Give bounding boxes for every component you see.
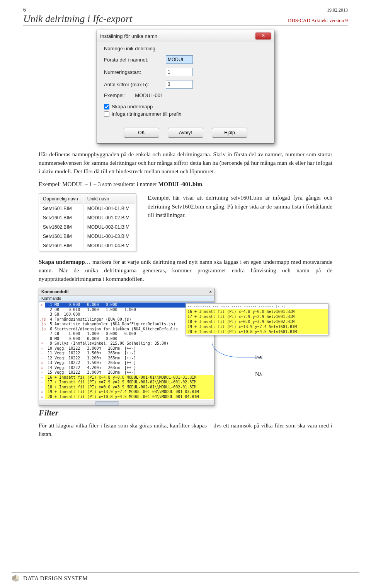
label-before: Før [255,354,263,360]
label-now: Nå [255,371,263,378]
command-line: ▭ 10 Vegg: 10222 3.000m 263mm [++-] [39,346,214,351]
line-icon: ▭ [39,361,45,366]
label-create-subfolder: Skapa undermapp [112,104,153,109]
table-row: Selv1601.BIMMODUL-001-04.BIM [40,241,135,250]
inset-before-panel: -- -------- --- ---- ----- ------ ------… [186,303,328,335]
line-icon: ▭ [39,390,45,395]
close-icon[interactable]: × [209,289,212,294]
label-digit-count: Antal siffror (max 5): [104,82,166,87]
line-icon: ▭ [39,385,45,390]
command-line: ▭ 20 + Innsatt fil (PI) x=10.8 y=4.5 MOD… [39,395,214,400]
line-icon: ☀ [39,341,45,346]
command-line: ▭ 16 + Innsatt fil (PI) x=4.8 y=0.0 MODU… [39,375,214,380]
input-digit-count[interactable] [166,80,193,89]
footer-brand: DATA DESIGN SYSTEM [23,575,88,582]
line-icon: ▭ [39,346,45,351]
command-line: ▭ 13 Vegg: 10222 1.500m 263mm [++-] [39,361,214,366]
example-name: MODUL-001.bim [158,181,202,187]
example-pre: Exempel: MODUL – 1 – 3 som resulterar i … [39,181,158,187]
connector-line [212,335,262,357]
settings-dialog: Inställning för unika namn ✕ Namnge unik… [97,30,274,144]
paragraph-subfolder: Skapa undermapp… markera för at varje un… [39,258,332,283]
command-line: 8 MO 0.000 0.000 0.000 [39,337,214,342]
line-icon: ▭ [39,380,45,385]
line-icon: ▭ [39,356,45,361]
command-line: ▭ 14 Vegg: 10222 4.200m 263mm [++-] [39,366,214,371]
command-line: ▭ 15 Vegg: 10222 3.000m 263mm [++-] [39,370,214,375]
filter-text: För att klagöra vilka filer i listan som… [39,422,332,439]
line-icon: .js [39,322,45,327]
label-first-part: Första del i namnet: [104,57,166,63]
page-date: 19.02.2013 [327,7,348,13]
paragraph-intro: Här defineras namnuppbyggnaden på de enk… [39,150,332,176]
table-row: Selv1601.BIMMODUL-001-01.BIM [40,204,135,213]
example-post: . [202,181,204,187]
fieldset-legend: Namnge unik delritning [104,46,267,51]
help-button[interactable]: Hjälp [212,128,247,138]
command-file-title: Kommandofil [41,289,68,294]
input-numbering-start[interactable] [166,68,193,76]
dialog-title: Inställning för unika namn [100,33,157,39]
line-icon: ▭ [39,370,45,375]
command-line: ▭ 11 Vegg: 10222 1.500m 263mm [++-] [39,351,214,356]
close-icon[interactable]: ✕ [255,32,271,39]
command-line: ▭ 18 + Innsatt fil (PI) x=0.0 y=3.9 MODU… [39,385,214,390]
label-insert-prefix: infoga ritningsnummer till prefix [112,111,181,117]
line-icon: .js [39,317,45,322]
checkbox-insert-prefix[interactable] [104,111,109,117]
page-footer: DATA DESIGN SYSTEM [12,572,359,583]
line-icon [39,332,45,337]
page-title: Unik delritning i Ifc-export [23,13,132,25]
checkbox-create-subfolder[interactable] [104,104,109,109]
table-row: Selv1601.BIMMODUL-001-03.BIM [40,232,135,241]
command-line: ▭ 12 Vegg: 10222 1.200m 263mm [++-] [39,356,214,361]
line-icon [39,337,45,342]
horizontal-scrollbar[interactable] [39,400,214,405]
paragraph-example: Exempel: MODUL – 1 – 3 som resulterar i … [39,180,332,189]
col-original: Opprinnelig navn [40,195,83,203]
page-number: 6 [23,7,26,13]
label-numbering-start: Numreringsstart: [104,69,166,75]
line-icon: ▭ [39,375,45,380]
col-unique: Unikt navn [84,195,135,203]
page-subtitle: DDS-CAD Arkitekt version 9 [288,17,348,24]
line-icon: ▭ [39,351,45,356]
line-icon: ▭ [39,366,45,371]
input-first-part[interactable] [166,55,193,64]
filter-heading: Filter [39,408,332,418]
line-icon [39,308,45,313]
command-line: ☀ 9 Sollys (Innfallsvinkel: 215.00 Solhe… [39,341,214,346]
cancel-button[interactable]: Avbryt [168,128,203,138]
command-line: ▭ 19 + Innsatt fil (PI) x=13.9 y=7.4 MOD… [39,390,214,395]
table-row: Selv1602.BIMMODUL-002-01.BIM [40,223,135,231]
subfolder-term: Skapa undermapp [39,259,85,265]
command-line: ▭ 17 + Innsatt fil (PI) x=7.9 y=2.9 MODU… [39,380,214,385]
line-icon: ▭ [39,395,45,400]
ok-button[interactable]: OK [124,128,159,138]
line-icon: .js [39,327,45,332]
line-icon: ▸ [39,303,45,308]
command-file-subheader: Kommando [39,296,214,302]
value-example: MODUL-001 [135,92,163,98]
cube-logo-icon [12,574,20,583]
example-side-note: Exemplet här visar att delritning selv16… [148,193,332,220]
line-icon [39,312,45,317]
name-mapping-table: Opprinnelig navn Unikt navn Selv1601.BIM… [39,193,136,251]
label-example: Exempel: [104,92,125,98]
table-row: Selv1601.BIMMODUL-001-02.BIM [40,214,135,222]
